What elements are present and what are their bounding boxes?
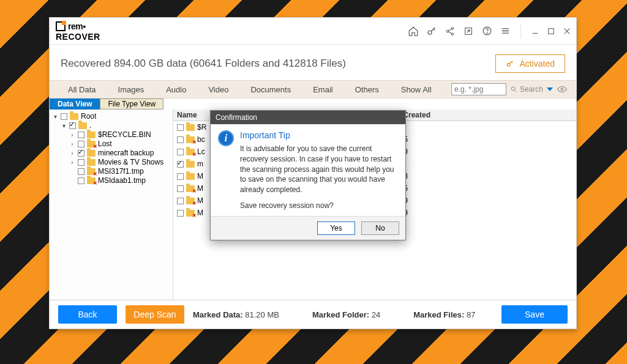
checkbox[interactable] [177,185,184,192]
checkbox[interactable] [78,177,84,184]
checkbox[interactable] [78,141,84,147]
svg-rect-7 [549,28,554,34]
search-label-text: Search [520,85,543,94]
checkbox[interactable] [78,150,84,157]
tree-item[interactable]: MSIdaab1.tmp [52,176,170,185]
search-input[interactable] [451,83,506,95]
minimize-icon[interactable] [531,27,539,35]
checkbox[interactable] [177,124,184,131]
activated-button[interactable]: Activated [495,54,565,73]
tab-show-all[interactable]: Show All [390,81,443,98]
tab-email[interactable]: Email [302,81,344,98]
tab-images[interactable]: Images [107,81,156,98]
tree-item[interactable]: ›Movies & TV Shows [52,158,170,167]
tree-item[interactable]: MSI317f1.tmp [52,167,170,176]
tab-data-view[interactable]: Data View [50,98,100,110]
maximize-icon[interactable] [547,27,555,35]
folder-icon [78,122,87,129]
checkbox[interactable] [177,198,184,204]
close-icon[interactable] [563,27,571,35]
svg-point-8 [508,63,511,66]
confirmation-dialog: Confirmation i Important Tip It is advis… [210,110,406,240]
tab-others[interactable]: Others [344,81,390,98]
checkbox[interactable] [61,113,67,120]
dialog-yes-button[interactable]: Yes [317,221,355,235]
save-button[interactable]: Save [501,305,568,324]
tab-documents[interactable]: Documents [239,81,302,98]
folder-tree[interactable]: ▾Root▾.›$RECYCLE.BIN›Lost›minecraft back… [50,110,173,300]
search-dropdown-icon[interactable] [547,87,553,91]
tree-item-label: MSIdaab1.tmp [98,176,146,185]
expander-icon[interactable]: › [69,159,75,166]
expander-icon[interactable]: › [69,150,75,157]
expander-icon[interactable]: ▾ [61,122,67,129]
tree-item[interactable]: ▾. [52,121,170,130]
tree-item-label: Root [81,112,96,121]
svg-point-10 [561,88,563,91]
dialog-actions: Yes No [211,217,405,240]
help-icon[interactable] [481,26,492,37]
preview-toggle-icon[interactable] [557,86,566,93]
deleted-folder-icon [186,136,195,143]
col-date[interactable]: Date Created [381,110,576,121]
marked-data-metric: Marked Data: 81.20 MB [193,310,279,319]
tab-audio[interactable]: Audio [155,81,197,98]
search-icon [510,86,517,93]
tree-item-label: MSI317f1.tmp [98,167,144,176]
checkbox[interactable] [177,136,184,143]
tree-item-label: Lost [98,139,112,148]
checkbox[interactable] [177,149,184,155]
info-icon: i [218,130,234,146]
dialog-heading: Important Tip [240,130,398,140]
deleted-folder-icon [186,149,195,155]
deleted-folder-icon [186,185,195,192]
export-icon[interactable] [463,26,474,37]
folder-icon [186,124,195,131]
tab-file-type-view[interactable]: File Type View [100,98,163,110]
checkbox[interactable] [69,122,76,129]
expander-icon[interactable]: ▾ [52,113,58,120]
checkbox[interactable] [177,210,184,217]
checkbox[interactable] [177,161,184,168]
search-button[interactable]: Search [510,85,543,94]
titlebar: rem▪ RECOVER [50,18,576,45]
tab-video[interactable]: Video [197,81,239,98]
tree-item[interactable]: ›minecraft backup [52,149,170,158]
checkbox[interactable] [78,168,84,175]
key-icon[interactable] [426,26,437,37]
expander-icon[interactable]: › [69,141,75,147]
dialog-no-button[interactable]: No [361,221,399,235]
tab-all-data[interactable]: All Data [57,81,107,98]
logo-text-line1: rem▪ [68,23,86,30]
deep-scan-button[interactable]: Deep Scan [126,305,184,324]
tree-item-label: minecraft backup [98,149,154,157]
tree-item[interactable]: ›Lost [52,139,170,149]
checkbox[interactable] [78,159,84,166]
tree-item[interactable]: ›$RECYCLE.BIN [52,130,170,139]
tree-item-label: $RECYCLE.BIN [98,130,151,139]
folder-icon [87,132,96,138]
app-logo: rem▪ RECOVER [56,21,100,40]
checkbox[interactable] [78,132,84,138]
folder-icon [70,113,78,120]
folder-icon [87,159,96,166]
marked-files-metric: Marked Files: 87 [413,310,475,319]
home-icon[interactable] [408,26,419,37]
view-tabs: Data View File Type View [50,98,576,110]
deleted-folder-icon [87,168,96,175]
expander-icon[interactable]: › [69,132,75,138]
menu-icon[interactable] [500,26,511,37]
share-icon[interactable] [445,26,456,37]
folder-icon [87,150,96,157]
titlebar-actions [408,24,571,39]
checkbox[interactable] [177,173,184,180]
tree-item-label: Movies & TV Shows [98,158,163,166]
back-button[interactable]: Back [58,305,117,324]
titlebar-divider [520,24,521,39]
folder-icon [186,173,195,180]
marked-folder-metric: Marked Folder: 24 [312,310,380,319]
svg-point-0 [428,31,432,34]
svg-point-9 [511,87,515,91]
recovery-summary-text: Recovered 894.00 GB data (60641 Folders … [61,58,346,70]
deleted-folder-icon [87,141,96,147]
